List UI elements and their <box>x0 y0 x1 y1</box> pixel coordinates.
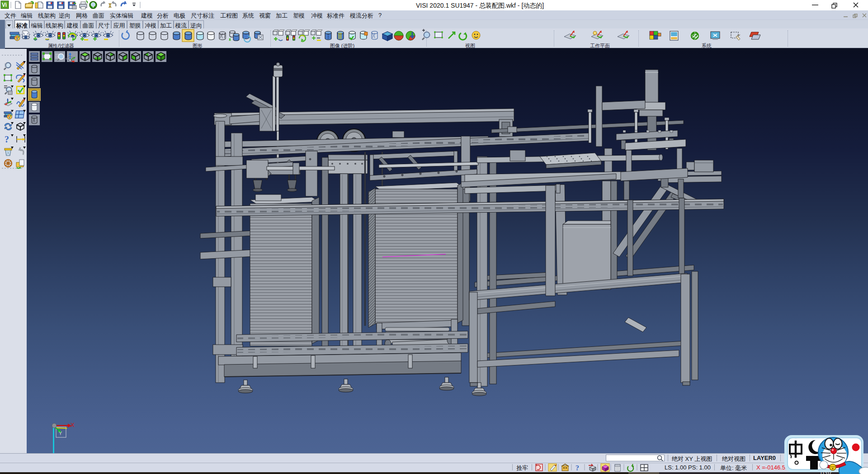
svg-text:Y: Y <box>59 431 62 436</box>
svg-text:?: ? <box>576 464 579 472</box>
svg-text:X: X <box>71 422 75 428</box>
